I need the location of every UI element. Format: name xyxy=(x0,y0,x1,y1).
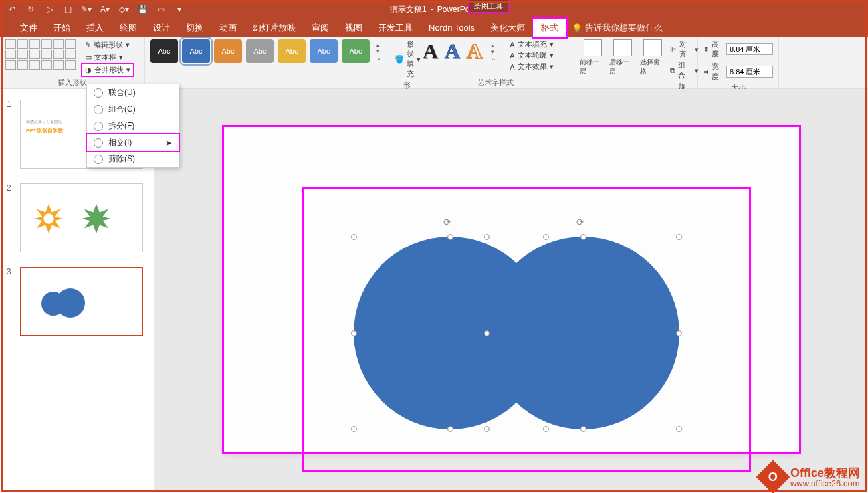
subtract-icon xyxy=(94,155,103,164)
thumbnail-2[interactable]: 2 xyxy=(0,181,154,264)
merge-subtract[interactable]: 剪除(S) xyxy=(87,151,179,167)
text-box-icon: ▭ xyxy=(85,53,92,62)
text-fill-button[interactable]: A文本填充 ▾ xyxy=(510,39,553,49)
group-icon: ⧉ xyxy=(670,66,675,75)
tab-animations[interactable]: 动画 xyxy=(211,19,245,37)
wordart-preset[interactable]: A xyxy=(445,39,460,64)
watermark-logo-icon: O xyxy=(756,460,790,493)
document-name: 演示文稿1 xyxy=(390,4,427,15)
tell-me-search[interactable]: 💡 告诉我你想要做什么 xyxy=(572,22,663,34)
lightbulb-icon: 💡 xyxy=(572,23,582,33)
undo-icon[interactable]: ↶ xyxy=(7,4,17,15)
align-button[interactable]: ⊫对齐 ▾ xyxy=(670,39,699,59)
wordart-preset[interactable]: A xyxy=(423,39,438,64)
style-swatch[interactable]: Abc xyxy=(278,39,306,63)
union-icon xyxy=(94,88,103,98)
tab-draw[interactable]: 绘图 xyxy=(112,19,145,37)
ribbon-tabs: 文件 开始 插入 绘图 设计 切换 动画 幻灯片放映 审阅 视图 开发工具 No… xyxy=(0,19,868,37)
merge-combine[interactable]: 组合(C) xyxy=(87,101,179,118)
shapes-gallery[interactable] xyxy=(5,39,76,70)
shape-styles-gallery[interactable]: Abc Abc Abc Abc Abc Abc Abc ▴▾⌄ xyxy=(150,39,385,63)
gallery-more-icon[interactable]: ▴▾⌄ xyxy=(491,42,500,62)
group-arrange: 前移一层 后移一层 选择窗格 ⊫对齐 ▾ ⧉组合 ▾ ⟳旋转 ▾ 排列 xyxy=(574,37,698,88)
send-backward-icon xyxy=(613,39,632,56)
merge-shapes-icon: ◑ xyxy=(85,66,92,74)
window-title: 演示文稿1 - PowerPoint xyxy=(390,4,478,15)
paint-bucket-icon: 🪣 xyxy=(395,55,404,64)
style-swatch[interactable]: Abc xyxy=(182,39,210,63)
send-backward-button[interactable]: 后移一层 xyxy=(609,39,635,76)
tab-insert[interactable]: 插入 xyxy=(78,19,112,37)
edit-shape-icon: ✎ xyxy=(85,41,91,49)
qat-more-icon[interactable]: ▾ xyxy=(174,4,185,15)
watermark: O Office教程网 www.office26.com xyxy=(761,465,860,489)
style-swatch[interactable]: Abc xyxy=(214,39,242,63)
tab-view[interactable]: 视图 xyxy=(337,19,370,37)
intersect-icon xyxy=(94,138,103,148)
redo-icon[interactable]: ↻ xyxy=(25,4,36,15)
height-icon: ⇕ xyxy=(703,45,709,54)
svg-point-1 xyxy=(43,213,53,223)
tab-file[interactable]: 文件 xyxy=(12,19,45,37)
width-icon: ⇔ xyxy=(703,68,709,76)
save-icon[interactable]: 💾 xyxy=(137,4,148,15)
gallery-more-icon[interactable]: ▴▾⌄ xyxy=(376,41,385,61)
tab-design[interactable]: 设计 xyxy=(145,19,178,37)
tab-beautify[interactable]: 美化大师 xyxy=(483,19,533,37)
selection-pane-button[interactable]: 选择窗格 xyxy=(640,39,666,76)
text-outline-button[interactable]: A文本轮廓 ▾ xyxy=(510,50,553,60)
merge-union[interactable]: 联合(U) xyxy=(87,84,179,101)
selection-box xyxy=(487,237,679,429)
group-shape-styles: Abc Abc Abc Abc Abc Abc Abc ▴▾⌄ 🪣形状填充 ▾ … xyxy=(145,37,417,88)
qat-icon[interactable]: A▾ xyxy=(100,4,110,15)
tab-nordri[interactable]: Nordri Tools xyxy=(421,19,483,37)
qat-icon[interactable]: ✎▾ xyxy=(81,4,92,15)
quick-access-toolbar: ↶ ↻ ▷ ◫ ✎▾ A▾ ◇▾ 💾 ▭ ▾ xyxy=(0,4,191,15)
tab-slideshow[interactable]: 幻灯片放映 xyxy=(245,19,304,37)
drawing-tools-contextual-tab: 绘图工具 xyxy=(469,0,508,12)
edit-shape-button[interactable]: ✎编辑形状 ▾ xyxy=(82,39,133,50)
merge-shapes-menu: 联合(U) 组合(C) 拆分(F) 相交(I)➤ 剪除(S) xyxy=(86,84,179,168)
group-wordart-styles: A A A ▴▾⌄ A文本填充 ▾ A文本轮廓 ▾ A文本效果 ▾ 艺术字样式 xyxy=(417,37,574,88)
group-button[interactable]: ⧉组合 ▾ xyxy=(670,60,699,80)
svg-marker-2 xyxy=(82,204,111,233)
height-input[interactable] xyxy=(726,43,773,55)
combine-icon xyxy=(94,105,103,114)
tab-developer[interactable]: 开发工具 xyxy=(370,19,421,37)
text-box-button[interactable]: ▭文本框 ▾ xyxy=(82,52,133,63)
rotate-handle-icon[interactable]: ⟳ xyxy=(576,217,587,227)
ribbon: ✎编辑形状 ▾ ▭文本框 ▾ ◑合并形状 ▾ 插入形状 Abc Abc Abc … xyxy=(0,37,868,89)
text-effects-icon: A xyxy=(510,63,514,71)
slide-canvas[interactable]: ⟳ ⟳ xyxy=(224,127,799,452)
title-bar: ↶ ↻ ▷ ◫ ✎▾ A▾ ◇▾ 💾 ▭ ▾ 演示文稿1 - PowerPoin… xyxy=(0,0,868,19)
tab-review[interactable]: 审阅 xyxy=(304,19,337,37)
fragment-icon xyxy=(94,122,103,131)
cursor-icon: ➤ xyxy=(165,138,172,148)
group-size: ⇕ 高度: ⇔ 宽度: 大小 xyxy=(698,37,779,88)
merge-fragment[interactable]: 拆分(F) xyxy=(87,118,179,134)
thumbnail-3[interactable]: 3 xyxy=(0,264,154,348)
height-control: ⇕ 高度: xyxy=(703,39,773,59)
start-from-beginning-icon[interactable]: ▷ xyxy=(44,4,54,15)
rotate-handle-icon[interactable]: ⟳ xyxy=(443,217,454,227)
tab-transitions[interactable]: 切换 xyxy=(178,19,211,37)
tab-home[interactable]: 开始 xyxy=(45,19,78,37)
text-fill-icon: A xyxy=(510,41,514,49)
merge-intersect[interactable]: 相交(I)➤ xyxy=(87,134,179,151)
qat-icon[interactable]: ◇▾ xyxy=(118,4,129,15)
style-swatch[interactable]: Abc xyxy=(310,39,338,63)
width-input[interactable] xyxy=(726,66,773,78)
merge-shapes-button[interactable]: ◑合并形状 ▾ xyxy=(82,64,133,76)
selection-pane-icon xyxy=(643,39,662,56)
qat-icon[interactable]: ◫ xyxy=(62,4,73,15)
text-effects-button[interactable]: A文本效果 ▾ xyxy=(510,62,553,72)
style-swatch[interactable]: Abc xyxy=(150,39,178,63)
style-swatch[interactable]: Abc xyxy=(246,39,274,63)
bring-forward-button[interactable]: 前移一层 xyxy=(580,39,605,76)
style-swatch[interactable]: Abc xyxy=(342,39,370,63)
group-insert-shapes: ✎编辑形状 ▾ ▭文本框 ▾ ◑合并形状 ▾ 插入形状 xyxy=(0,37,145,88)
qat-icon[interactable]: ▭ xyxy=(156,4,166,15)
wordart-preset[interactable]: A xyxy=(467,39,482,64)
wordart-gallery[interactable]: A A A ▴▾⌄ xyxy=(423,39,500,64)
tab-format[interactable]: 格式 xyxy=(533,19,566,37)
